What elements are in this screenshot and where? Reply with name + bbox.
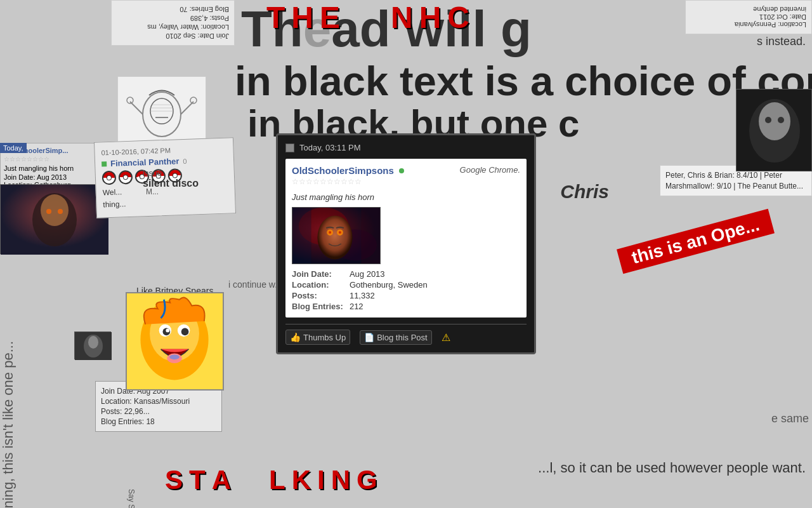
fp-thing-text: thing... bbox=[103, 196, 228, 210]
thumbs-up-icon: 👍 bbox=[290, 332, 301, 342]
svg-point-33 bbox=[778, 117, 784, 123]
left-vertical-text: ning, this isn't like one pe... bbox=[0, 341, 38, 508]
letter-L: L bbox=[269, 465, 285, 495]
svg-point-40 bbox=[329, 231, 331, 234]
popup-avatar bbox=[292, 207, 381, 264]
simpsons-character bbox=[126, 292, 224, 391]
bottom-right-text: ...l, so it can be used however people w… bbox=[538, 460, 806, 476]
upside-down-panel: Join Date: Sep 2010 Location: Water Vall… bbox=[111, 0, 235, 46]
bottom-right-text2: e same bbox=[771, 412, 809, 425]
letter-N: N bbox=[391, 0, 413, 35]
continue-text: i continue w... bbox=[228, 279, 282, 290]
thumb-svg bbox=[75, 332, 112, 360]
blog-entries-label: Blog Entries: bbox=[292, 302, 343, 311]
join-date-label: Join Date: bbox=[292, 269, 343, 279]
popup-stars: ☆☆☆☆☆☆☆☆☆☆ bbox=[292, 177, 404, 186]
letter-C: C bbox=[447, 0, 469, 35]
ratings-line-1: Peter, Chris & Brian: 8.4/10 | Peter bbox=[665, 171, 806, 180]
location-label: Location: bbox=[292, 280, 343, 290]
svg-point-28 bbox=[88, 336, 98, 349]
popup-time: Today, 03:11 PM bbox=[299, 143, 361, 152]
popup-status: Just mangling his horn bbox=[292, 192, 520, 202]
svg-point-23 bbox=[166, 329, 169, 333]
blog-entries-value: 212 bbox=[350, 302, 520, 311]
thumbs-up-button[interactable]: 👍 Thumbs Up bbox=[285, 330, 350, 345]
blog-this-post-button[interactable]: 📄 Blog this Post bbox=[360, 330, 432, 345]
svg-rect-42 bbox=[292, 208, 311, 264]
titlebar-icon bbox=[285, 144, 294, 152]
popup-titlebar: Today, 03:11 PM bbox=[285, 143, 527, 152]
blp-posts: Posts: 22,96... bbox=[101, 407, 216, 416]
posts-value: 11,332 bbox=[350, 291, 520, 300]
right-upside-panel: Location: Pennsylvania Date: Oct 2011 in… bbox=[685, 0, 812, 34]
say-so-text: Say So bbox=[127, 489, 136, 508]
warning-icon[interactable]: ⚠ bbox=[442, 331, 450, 344]
upside-blog-entries: Blog Entries: 70 bbox=[117, 6, 229, 13]
letter-H2: H bbox=[419, 0, 442, 35]
rup-location: Location: Pennsylvania bbox=[691, 21, 806, 29]
ratings-line-2: Marshmallow!: 9/10 | The Peanut Butte... bbox=[665, 182, 806, 190]
letter-H: H bbox=[291, 0, 313, 35]
svg-point-4 bbox=[127, 97, 133, 104]
google-chrome-label: Google Chrome. bbox=[460, 165, 520, 175]
svg-point-31 bbox=[759, 102, 790, 140]
popup-online-dot bbox=[399, 168, 404, 173]
upside-location: Location: Water Valley, ms bbox=[117, 23, 229, 31]
dancing-letters-top: T H E N H C bbox=[266, 0, 469, 35]
fp-badge: 0 bbox=[183, 157, 187, 164]
thumbs-up-label: Thumbs Up bbox=[303, 333, 346, 342]
right-portrait bbox=[736, 89, 812, 171]
popup-info-table: Join Date: Aug 2013 Location: Gothenburg… bbox=[292, 269, 520, 311]
main-popup: Today, 03:11 PM OldSchoolerSimpsons ☆☆☆☆… bbox=[276, 133, 536, 354]
chris-text: Chris bbox=[560, 181, 609, 203]
svg-rect-43 bbox=[361, 208, 380, 264]
portrait-svg bbox=[1, 185, 108, 255]
popup-username-row: OldSchoolerSimpsons bbox=[292, 165, 404, 176]
letter-E: E bbox=[320, 0, 340, 35]
blp-location: Location: Kansas/Missouri bbox=[101, 397, 216, 406]
simpsons-svg bbox=[127, 292, 223, 391]
location-value: Gothenburg, Sweden bbox=[350, 280, 520, 290]
sidebar-issue-text: issue bbox=[143, 168, 162, 178]
pokeball-1 bbox=[102, 171, 117, 185]
popup-user-info: OldSchoolerSimpsons ☆☆☆☆☆☆☆☆☆☆ bbox=[292, 165, 404, 190]
fp-online-indicator bbox=[102, 161, 107, 166]
letter-N: N bbox=[331, 465, 350, 495]
svg-point-14 bbox=[46, 209, 51, 214]
red-banner: this is an Ope... bbox=[617, 209, 775, 274]
right-portrait-svg bbox=[737, 90, 812, 171]
letter-G: G bbox=[357, 465, 377, 495]
popup-header-row: OldSchoolerSimpsons ☆☆☆☆☆☆☆☆☆☆ Google Ch… bbox=[292, 165, 520, 190]
fp-username: Financial Panther bbox=[110, 156, 180, 168]
letter-S: S bbox=[165, 465, 183, 495]
portrait-topleft bbox=[0, 184, 108, 254]
rup-date: Date: Oct 2011 bbox=[691, 13, 806, 21]
svg-point-37 bbox=[317, 215, 352, 259]
popup-username[interactable]: OldSchoolerSimpsons bbox=[292, 165, 394, 176]
letter-K: K bbox=[292, 465, 311, 495]
top-right-snippet-2: s instead. bbox=[757, 35, 806, 48]
pokeball-2 bbox=[119, 170, 133, 185]
letter-A: A bbox=[212, 465, 231, 495]
letter-T: T bbox=[266, 0, 285, 35]
bg-heading-2: in black text is a choice of comfort bbox=[235, 57, 812, 105]
popup-footer: 👍 Thumbs Up 📄 Blog this Post ⚠ bbox=[285, 324, 527, 345]
upside-join-date: Sep 2010 bbox=[166, 32, 195, 40]
svg-line-2 bbox=[130, 102, 143, 114]
small-thumbnail bbox=[74, 331, 111, 359]
avatar-svg bbox=[292, 207, 380, 264]
posts-label: Posts: bbox=[292, 291, 343, 300]
rup-invented: invented dentyne bbox=[691, 6, 806, 13]
letter-I: I bbox=[317, 465, 325, 495]
blog-icon: 📄 bbox=[364, 333, 374, 342]
svg-point-41 bbox=[339, 231, 341, 234]
blog-post-label: Blog this Post bbox=[377, 333, 428, 342]
upside-posts: Posts: 4,389 bbox=[117, 15, 229, 22]
upside-join-label: Join Date: Sep 2010 bbox=[117, 32, 229, 40]
m-text: M... bbox=[146, 187, 159, 196]
today-badge: Today, bbox=[0, 143, 27, 153]
svg-point-13 bbox=[41, 194, 69, 226]
svg-point-32 bbox=[765, 117, 771, 123]
svg-point-15 bbox=[58, 209, 63, 214]
svg-point-25 bbox=[169, 354, 180, 359]
